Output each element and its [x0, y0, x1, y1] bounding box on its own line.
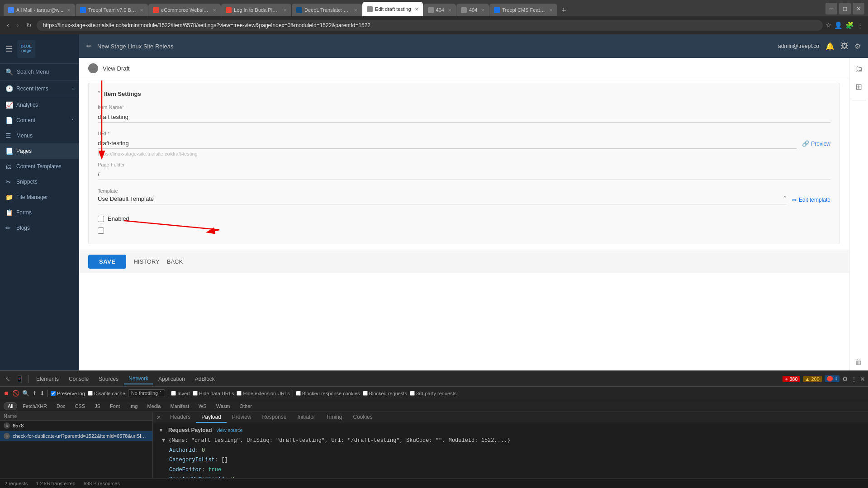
devtools-settings-button[interactable]: ⚙	[842, 375, 848, 383]
preserve-log-checkbox[interactable]	[51, 391, 56, 396]
filter-tab-other[interactable]: Other	[235, 402, 256, 410]
devtools-inspect-button[interactable]: ↖	[3, 374, 13, 384]
filter-tab-manifest[interactable]: Manifest	[166, 402, 193, 410]
devtools-device-button[interactable]: 📱	[14, 374, 26, 384]
filter-tab-css[interactable]: CSS	[71, 402, 90, 410]
hamburger-button[interactable]: ☰	[5, 44, 13, 54]
panel-header[interactable]: ˅ Item Settings	[98, 90, 830, 97]
disable-cache-checkbox[interactable]	[88, 391, 93, 396]
filter-tab-fetch[interactable]: Fetch/XHR	[19, 402, 51, 410]
url-input[interactable]	[98, 138, 797, 149]
filter-toggle-button[interactable]: 🔍	[22, 390, 29, 397]
hide-ext-urls-label[interactable]: Hide extension URLs	[237, 391, 289, 396]
tab-preview[interactable]: Preview	[227, 412, 257, 423]
sidebar-item-content-templates[interactable]: 🗂 Content Templates	[0, 159, 79, 174]
filter-tab-doc[interactable]: Doc	[52, 402, 70, 410]
sidebar-item-blogs[interactable]: ✏ Blogs	[0, 220, 79, 236]
address-input[interactable]	[37, 20, 823, 31]
back-nav-button[interactable]: ‹	[5, 20, 11, 30]
tab-duda[interactable]: Log In to Duda Platf... ✕	[221, 4, 291, 16]
filter-tab-js[interactable]: JS	[90, 402, 104, 410]
maximize-button[interactable]: □	[839, 3, 851, 14]
import-har-button[interactable]: ⬆	[32, 390, 37, 397]
view-source-link[interactable]: view source	[217, 427, 243, 433]
extensions-icon[interactable]: 🧩	[845, 21, 854, 29]
third-party-requests-label[interactable]: 3rd-party requests	[410, 391, 456, 396]
notification-icon[interactable]: 🔔	[825, 42, 835, 51]
devtools-more-button[interactable]: ⋮	[851, 375, 857, 383]
profile-icon[interactable]: 👤	[834, 21, 843, 29]
history-button[interactable]: HISTORY	[133, 258, 159, 265]
forward-nav-button[interactable]: ›	[14, 20, 21, 30]
edit-template-link[interactable]: ✏ Edit template	[792, 197, 830, 204]
tab-ecommerce[interactable]: eCommerce Website... ✕	[148, 4, 221, 16]
settings-icon[interactable]: ⚙	[854, 42, 861, 51]
tab-response[interactable]: Response	[256, 412, 292, 423]
right-panel-trash-icon[interactable]: 🗑	[855, 358, 863, 367]
reload-button[interactable]: ↻	[24, 21, 34, 30]
list-item-6578[interactable]: ℹ 6578	[0, 421, 152, 431]
tab-timing[interactable]: Timing	[321, 412, 348, 423]
devtools-close-button[interactable]: ✕	[860, 375, 865, 383]
template-select[interactable]: Use Default Template	[98, 195, 784, 202]
tab-headers[interactable]: Headers	[165, 412, 196, 423]
view-draft-label[interactable]: View Draft	[103, 65, 130, 72]
filter-tab-media[interactable]: Media	[143, 402, 165, 410]
blocked-response-cookies-label[interactable]: Blocked response cookies	[296, 391, 360, 396]
tab-404a[interactable]: 404 ✕	[423, 4, 456, 16]
devtools-tab-sources[interactable]: Sources	[94, 374, 123, 384]
devtools-tab-console[interactable]: Console	[64, 374, 93, 384]
right-panel-grid-icon[interactable]: ⊞	[855, 82, 862, 92]
list-item-check-duplicate[interactable]: ℹ check-for-duplicate-url?parentId=1522&…	[0, 431, 152, 441]
blocked-requests-checkbox[interactable]	[363, 391, 368, 396]
tab-payload[interactable]: Payload	[196, 412, 226, 423]
tab-initiator[interactable]: Initiator	[292, 412, 320, 423]
hide-ext-urls-checkbox[interactable]	[237, 391, 242, 396]
detail-tab-close[interactable]: ✕	[153, 412, 165, 423]
sidebar-item-file-manager[interactable]: 📁 File Manager	[0, 190, 79, 205]
blocked-requests-label[interactable]: Blocked requests	[363, 391, 407, 396]
throttling-select[interactable]: No throttling ˅	[128, 389, 165, 397]
export-har-button[interactable]: ⬇	[40, 390, 45, 397]
sidebar-item-pages[interactable]: 📃 Pages	[0, 143, 79, 159]
filter-tab-font[interactable]: Font	[106, 402, 124, 410]
filter-tab-wasm[interactable]: Wasm	[212, 402, 234, 410]
third-party-requests-checkbox[interactable]	[410, 391, 415, 396]
tab-treepl-cms[interactable]: Treepl CMS Feature... ✕	[489, 4, 557, 16]
tab-404b[interactable]: 404 ✕	[456, 4, 489, 16]
tab-treepl-team[interactable]: Treepl Team v7.0 Bac... ✕	[76, 4, 148, 16]
sidebar-item-content[interactable]: 📄 Content ˅	[0, 113, 79, 128]
tab-gmail[interactable]: All Mail - taras.r@w... ✕	[4, 4, 75, 16]
enabled-checkbox[interactable]	[98, 216, 104, 222]
filter-tab-all[interactable]: All	[4, 402, 17, 410]
filter-tab-img[interactable]: Img	[125, 402, 142, 410]
item-name-input[interactable]	[98, 112, 830, 123]
search-menu-item[interactable]: 🔍 Search Menu	[0, 64, 79, 81]
clear-button[interactable]: 🚫	[12, 390, 19, 397]
add-tab-button[interactable]: +	[558, 6, 570, 15]
tree-root[interactable]: ▼ {Name: "draft testing", UrlSlug: "draf…	[162, 436, 863, 446]
back-button[interactable]: BACK	[167, 258, 183, 265]
minimize-button[interactable]: ─	[825, 3, 837, 14]
hide-data-urls-label[interactable]: Hide data URLs	[193, 391, 234, 396]
devtools-tab-elements[interactable]: Elements	[32, 374, 63, 384]
page-folder-input[interactable]	[98, 169, 830, 180]
tab-cookies[interactable]: Cookies	[347, 412, 378, 423]
devtools-tab-adblock[interactable]: AdBlock	[190, 374, 219, 384]
devtools-tab-network[interactable]: Network	[124, 374, 153, 384]
disable-cache-label[interactable]: Disable cache	[88, 391, 125, 396]
image-icon[interactable]: 🖼	[841, 42, 848, 50]
tab-deepl[interactable]: DeepL Translate: The... ✕	[292, 4, 362, 16]
invert-label[interactable]: Invert	[171, 391, 190, 396]
draft-toggle-icon[interactable]: —	[88, 63, 98, 73]
close-button[interactable]: ✕	[853, 3, 864, 14]
save-button[interactable]: SAVE	[88, 255, 126, 269]
invert-checkbox[interactable]	[171, 391, 176, 396]
sidebar-item-forms[interactable]: 📋 Forms	[0, 205, 79, 220]
blocked-response-cookies-checkbox[interactable]	[296, 391, 301, 396]
sidebar-item-analytics[interactable]: 📈 Analytics	[0, 97, 79, 113]
record-button[interactable]: ⏺	[4, 390, 9, 397]
preview-link[interactable]: 🔗 Preview	[802, 140, 830, 149]
menu-icon[interactable]: ⋮	[857, 21, 863, 29]
preserve-log-label[interactable]: Preserve log	[51, 391, 85, 396]
